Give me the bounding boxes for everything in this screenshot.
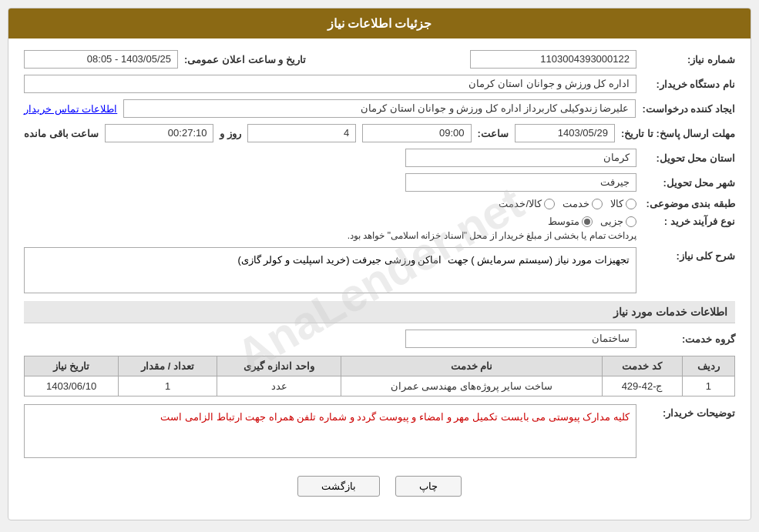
process-label: نوع فرآیند خرید : xyxy=(643,216,735,227)
need-number-label: شماره نیاز: xyxy=(643,54,735,65)
main-container: جزئیات اطلاعات نیاز AnaLender.net شماره … xyxy=(8,8,751,520)
description-section-label: شرح کلی نیاز: xyxy=(643,247,735,262)
buyer-notes-value: کلیه مدارک پیوستی می بایست تکمیل مهر و ا… xyxy=(160,411,630,423)
category-label: طبقه بندی موضوعی: xyxy=(643,198,735,209)
radio-goods[interactable] xyxy=(626,199,636,209)
buyer-notes-section: توضیحات خریدار: کلیه مدارک پیوستی می بای… xyxy=(24,404,735,464)
deadline-remaining-label: ساعت باقی مانده xyxy=(24,128,99,139)
category-service-item: خدمت xyxy=(563,198,603,209)
buttons-row: چاپ بازگشت xyxy=(24,476,735,508)
category-radio-group: کالا خدمت کالا/خدمت xyxy=(499,198,636,209)
page-title: جزئیات اطلاعات نیاز xyxy=(8,8,751,38)
cell-name: ساخت سایر پروژه‌های مهندسی عمران xyxy=(341,376,603,396)
deadline-time: 09:00 xyxy=(362,124,471,142)
process-note: پرداخت تمام یا بخشی از مبلغ خریدار از مح… xyxy=(348,230,636,241)
province-row: استان محل تحویل: کرمان xyxy=(24,149,735,167)
cell-unit: عدد xyxy=(217,376,341,396)
print-button[interactable]: چاپ xyxy=(395,476,462,497)
deadline-remaining: 00:27:10 xyxy=(105,124,213,142)
radio-medium[interactable] xyxy=(582,216,593,227)
col-date: تاریخ نیاز xyxy=(25,356,119,376)
service-group-label: گروه خدمت: xyxy=(643,333,735,345)
category-goods-service-item: کالا/خدمت xyxy=(499,198,555,209)
announcement-value: 1403/05/25 - 08:05 xyxy=(24,50,178,69)
col-row: ردیف xyxy=(682,356,734,376)
col-qty: تعداد / مقدار xyxy=(119,356,217,376)
buyer-notes-box: کلیه مدارک پیوستی می بایست تکمیل مهر و ا… xyxy=(24,404,636,458)
back-button[interactable]: بازگشت xyxy=(297,476,380,497)
content-area: AnaLender.net شماره نیاز: 11030043930001… xyxy=(8,38,751,520)
deadline-date: 1403/05/29 xyxy=(515,124,615,142)
col-unit: واحد اندازه گیری xyxy=(217,356,341,376)
services-table-section: ردیف کد خدمت نام خدمت واحد اندازه گیری ت… xyxy=(24,356,735,396)
city-label: شهر محل تحویل: xyxy=(643,177,735,189)
description-textarea[interactable] xyxy=(24,247,636,293)
city-value: جیرفت xyxy=(405,173,636,192)
cell-code: ج-42-429 xyxy=(602,376,682,396)
buyer-org-value: اداره کل ورزش و جوانان استان کرمان xyxy=(24,75,636,93)
cell-qty: 1 xyxy=(119,376,217,396)
process-radio-group: جزیی متوسط xyxy=(348,216,636,227)
table-row: 1 ج-42-429 ساخت سایر پروژه‌های مهندسی عم… xyxy=(25,376,735,396)
deadline-label: مهلت ارسال پاسخ: تا تاریخ: xyxy=(621,128,735,139)
deadline-days-label: روز و xyxy=(220,128,241,139)
col-code: کد خدمت xyxy=(602,356,682,376)
deadline-time-label: ساعت: xyxy=(478,128,509,139)
deadline-row: مهلت ارسال پاسخ: تا تاریخ: 1403/05/29 سا… xyxy=(24,124,735,142)
category-goods-item: کالا xyxy=(610,198,636,209)
service-group-row: گروه خدمت: ساختمان xyxy=(24,330,735,348)
category-service-label: خدمت xyxy=(563,198,589,209)
province-label: استان محل تحویل: xyxy=(643,152,735,164)
deadline-days: 4 xyxy=(247,124,356,142)
creator-row: ایجاد کننده درخواست: علیرضا زندوکیلی کار… xyxy=(24,99,735,118)
city-row: شهر محل تحویل: جیرفت xyxy=(24,173,735,192)
need-number-row: شماره نیاز: 1103004393000122 تاریخ و ساع… xyxy=(24,50,735,69)
announcement-label: تاریخ و ساعت اعلان عمومی: xyxy=(184,54,306,65)
service-group-value: ساختمان xyxy=(405,330,636,348)
radio-partial[interactable] xyxy=(626,216,636,227)
process-partial-label: جزیی xyxy=(600,216,623,227)
category-row: طبقه بندی موضوعی: کالا خدمت کالا/خدمت xyxy=(24,198,735,209)
buyer-org-row: نام دستگاه خریدار: اداره کل ورزش و جوانا… xyxy=(24,75,735,93)
cell-row: 1 xyxy=(682,376,734,396)
process-type-row: نوع فرآیند خرید : جزیی متوسط پرداخت تمام… xyxy=(24,216,735,241)
description-section: شرح کلی نیاز: xyxy=(24,247,735,293)
need-number-value: 1103004393000122 xyxy=(470,50,636,69)
services-section-title: اطلاعات خدمات مورد نیاز xyxy=(24,301,735,323)
creator-link[interactable]: اطلاعات تماس خریدار xyxy=(24,103,117,115)
cell-date: 1403/06/10 xyxy=(25,376,119,396)
process-medium-label: متوسط xyxy=(548,216,579,227)
category-goods-label: کالا xyxy=(610,198,623,209)
buyer-org-label: نام دستگاه خریدار: xyxy=(643,79,735,90)
creator-value: علیرضا زندوکیلی کاربرداز اداره کل ورزش و… xyxy=(123,99,636,118)
col-name: نام خدمت xyxy=(341,356,603,376)
buyer-notes-label: توضیحات خریدار: xyxy=(643,404,735,419)
creator-label: ایجاد کننده درخواست: xyxy=(642,103,735,115)
process-partial-item: جزیی xyxy=(600,216,636,227)
radio-goods-service[interactable] xyxy=(544,199,555,209)
radio-service[interactable] xyxy=(592,199,603,209)
category-goods-service-label: کالا/خدمت xyxy=(499,198,542,209)
services-table: ردیف کد خدمت نام خدمت واحد اندازه گیری ت… xyxy=(24,356,735,396)
page-wrapper: جزئیات اطلاعات نیاز AnaLender.net شماره … xyxy=(0,0,759,532)
province-value: کرمان xyxy=(405,149,636,167)
process-medium-item: متوسط xyxy=(548,216,593,227)
